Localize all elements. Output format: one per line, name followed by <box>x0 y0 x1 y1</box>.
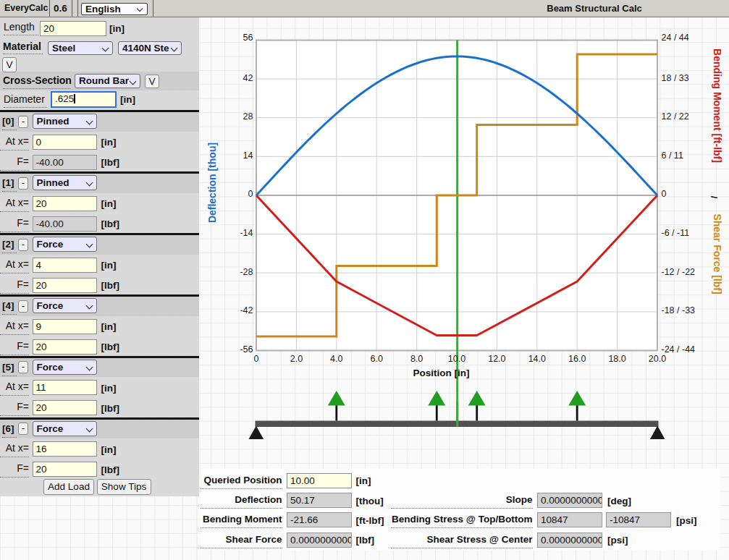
svg-text:24 / 44: 24 / 44 <box>662 33 689 43</box>
svg-text:14.0: 14.0 <box>528 354 546 364</box>
svg-text:42: 42 <box>243 73 253 83</box>
svg-text:2.0: 2.0 <box>290 354 303 364</box>
svg-text:0: 0 <box>662 189 667 199</box>
svg-text:Position [in]: Position [in] <box>413 368 470 378</box>
svg-text:-12 / -22: -12 / -22 <box>662 267 696 277</box>
svg-text:-14: -14 <box>240 228 253 238</box>
svg-text:4.0: 4.0 <box>330 354 342 364</box>
svg-text:16.0: 16.0 <box>568 354 586 364</box>
svg-text:-42: -42 <box>240 305 253 315</box>
svg-text:14: 14 <box>243 150 253 161</box>
svg-text:Deflection [thou]: Deflection [thou] <box>206 143 218 223</box>
svg-text:20.0: 20.0 <box>649 354 666 364</box>
svg-text:6.0: 6.0 <box>371 354 383 364</box>
svg-text:6 / 11: 6 / 11 <box>662 150 683 161</box>
svg-text:-6 / -11: -6 / -11 <box>662 228 690 238</box>
svg-text:8.0: 8.0 <box>410 354 423 364</box>
svg-text:18.0: 18.0 <box>608 354 625 364</box>
svg-text:12 / 22: 12 / 22 <box>662 111 689 122</box>
svg-text:Bending Moment [ft-lbf]: Bending Moment [ft-lbf] <box>712 48 723 163</box>
svg-text:12.0: 12.0 <box>488 354 505 364</box>
svg-text:-28: -28 <box>240 267 253 277</box>
svg-text:10.0: 10.0 <box>448 354 465 364</box>
svg-text:28: 28 <box>243 111 253 122</box>
svg-text:Shear Force [lbf]: Shear Force [lbf] <box>712 213 723 294</box>
svg-text:56: 56 <box>243 33 253 43</box>
svg-text:-18 / -33: -18 / -33 <box>662 305 696 315</box>
svg-text:18 / 33: 18 / 33 <box>662 73 689 83</box>
svg-text:0: 0 <box>248 189 253 199</box>
svg-text:/: / <box>709 196 720 199</box>
svg-text:-24 / -44: -24 / -44 <box>662 344 696 355</box>
svg-text:0: 0 <box>254 354 259 364</box>
svg-text:-56: -56 <box>240 344 253 355</box>
